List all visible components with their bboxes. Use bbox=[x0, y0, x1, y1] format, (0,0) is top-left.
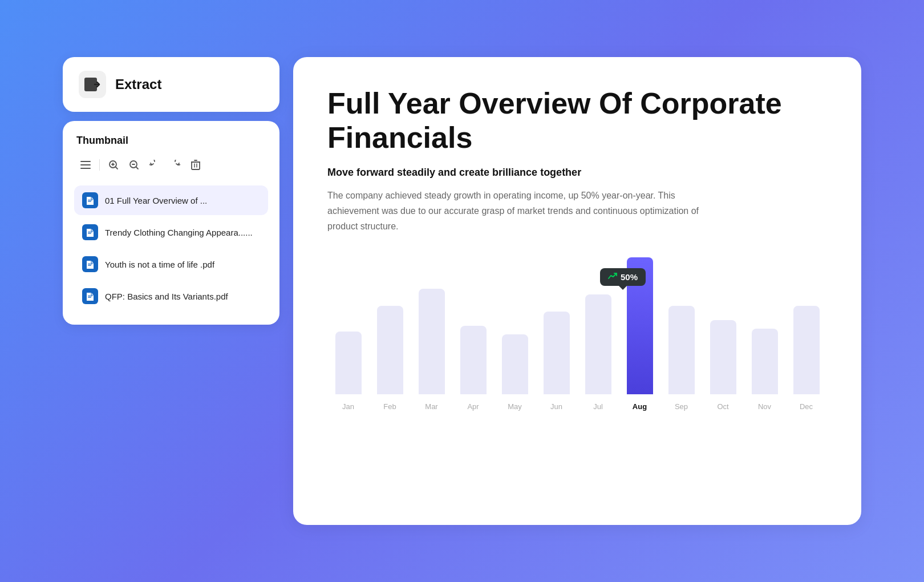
redo-icon[interactable] bbox=[166, 156, 184, 174]
bar-group-oct: Oct bbox=[702, 320, 744, 411]
svg-rect-3 bbox=[80, 168, 91, 169]
bar-label-jan: Jan bbox=[342, 402, 354, 411]
bar-label-apr: Apr bbox=[467, 402, 479, 411]
bar-group-mar: Mar bbox=[411, 289, 452, 411]
file-icon-2 bbox=[82, 224, 98, 240]
file-item-3[interactable]: Youth is not a time of life .pdf bbox=[74, 249, 268, 279]
svg-rect-18 bbox=[88, 232, 92, 232]
bar-group-sep: Sep bbox=[660, 306, 702, 411]
undo-icon[interactable] bbox=[145, 156, 164, 174]
bar-group-may: May bbox=[494, 334, 536, 411]
svg-line-10 bbox=[136, 167, 138, 169]
bar-label-mar: Mar bbox=[425, 402, 437, 411]
extract-icon bbox=[79, 71, 106, 98]
svg-rect-11 bbox=[192, 162, 200, 169]
bar-mar[interactable] bbox=[419, 289, 445, 394]
bar-jun[interactable] bbox=[544, 312, 570, 394]
bar-nov[interactable] bbox=[752, 329, 778, 394]
bar-oct[interactable] bbox=[710, 320, 736, 394]
doc-subtitle: Move forward steadily and create brillia… bbox=[327, 167, 827, 179]
trending-up-icon bbox=[608, 272, 617, 282]
bar-dec[interactable] bbox=[793, 306, 820, 394]
extract-card[interactable]: Extract bbox=[63, 57, 279, 112]
bar-group-jan: Jan bbox=[327, 332, 369, 411]
svg-rect-22 bbox=[88, 296, 92, 296]
bar-feb[interactable] bbox=[377, 306, 403, 394]
bar-group-jul: Jul bbox=[577, 294, 619, 411]
thumbnail-title: Thumbnail bbox=[74, 135, 268, 147]
bar-group-dec: Dec bbox=[785, 306, 827, 411]
file-name-4: QFP: Basics and Its Variants.pdf bbox=[105, 292, 228, 301]
bar-label-sep: Sep bbox=[675, 402, 688, 411]
svg-rect-1 bbox=[80, 161, 91, 162]
chart-container: 50% JanFebMarAprMayJunJulAugSepOctNovDec bbox=[327, 257, 827, 451]
bar-group-nov: Nov bbox=[744, 329, 785, 411]
file-item-1[interactable]: 01 Full Year Overview of ... bbox=[74, 185, 268, 215]
file-item-2[interactable]: Trendy Clothing Changing Appeara...... bbox=[74, 217, 268, 247]
main-container: Extract Thumbnail bbox=[63, 57, 861, 525]
chart-tooltip: 50% bbox=[600, 268, 646, 286]
bar-sep[interactable] bbox=[668, 306, 695, 394]
svg-rect-19 bbox=[88, 233, 91, 234]
bar-label-jun: Jun bbox=[550, 402, 562, 411]
toolbar bbox=[74, 156, 268, 174]
tooltip-value: 50% bbox=[621, 272, 638, 282]
bar-label-dec: Dec bbox=[800, 402, 813, 411]
bar-jan[interactable] bbox=[335, 332, 362, 394]
zoom-in-icon[interactable] bbox=[104, 156, 123, 174]
delete-icon[interactable] bbox=[187, 156, 205, 174]
bar-label-jul: Jul bbox=[593, 402, 603, 411]
bar-may[interactable] bbox=[502, 334, 528, 394]
bar-label-may: May bbox=[508, 402, 522, 411]
svg-rect-2 bbox=[80, 164, 91, 165]
bar-label-aug: Aug bbox=[633, 402, 647, 411]
bar-group-feb: Feb bbox=[369, 306, 411, 411]
svg-rect-20 bbox=[88, 264, 92, 264]
bar-group-apr: Apr bbox=[452, 326, 494, 411]
file-icon-3 bbox=[82, 256, 98, 272]
bar-apr[interactable] bbox=[460, 326, 487, 394]
doc-title: Full Year Overview Of Corporate Financia… bbox=[327, 87, 827, 155]
file-name-2: Trendy Clothing Changing Appeara...... bbox=[105, 228, 253, 237]
bar-label-nov: Nov bbox=[758, 402, 771, 411]
file-name-3: Youth is not a time of life .pdf bbox=[105, 260, 214, 269]
toolbar-divider bbox=[99, 159, 100, 171]
svg-rect-16 bbox=[88, 200, 92, 200]
bar-label-oct: Oct bbox=[717, 402, 728, 411]
svg-rect-17 bbox=[88, 201, 91, 202]
svg-rect-23 bbox=[88, 297, 91, 298]
file-item-4[interactable]: QFP: Basics and Its Variants.pdf bbox=[74, 281, 268, 311]
bar-jul[interactable] bbox=[585, 294, 611, 394]
file-icon-1 bbox=[82, 192, 98, 208]
bars-area: JanFebMarAprMayJunJulAugSepOctNovDec bbox=[327, 257, 827, 411]
file-list: 01 Full Year Overview of ... Trendy Clot… bbox=[74, 185, 268, 311]
thumbnail-card: Thumbnail bbox=[63, 121, 279, 325]
zoom-out-icon[interactable] bbox=[125, 156, 143, 174]
extract-label: Extract bbox=[115, 76, 161, 92]
bar-label-feb: Feb bbox=[383, 402, 396, 411]
svg-rect-21 bbox=[88, 265, 91, 266]
bar-group-jun: Jun bbox=[536, 312, 577, 411]
doc-body: The company achieved steady growth in op… bbox=[327, 188, 715, 235]
right-panel: Full Year Overview Of Corporate Financia… bbox=[293, 57, 861, 525]
file-icon-4 bbox=[82, 288, 98, 304]
menu-icon[interactable] bbox=[76, 156, 95, 174]
left-panel: Extract Thumbnail bbox=[63, 57, 279, 325]
file-name-1: 01 Full Year Overview of ... bbox=[105, 196, 207, 205]
svg-line-7 bbox=[116, 167, 117, 169]
